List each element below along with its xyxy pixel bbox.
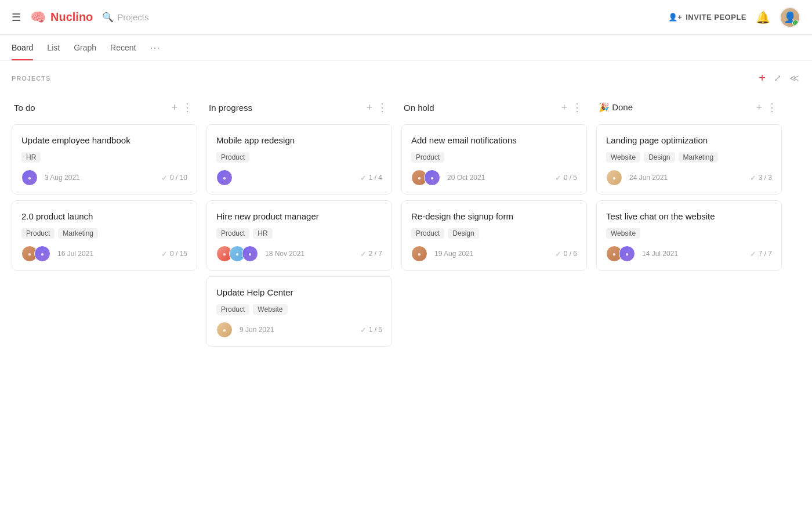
add-card-button-todo[interactable]: + [169,100,180,115]
column-more-button-done[interactable]: ⋮ [764,100,780,115]
card-date-done-1: 14 Jul 2021 [642,250,745,258]
card-inprogress-1[interactable]: Hire new product managerProductHR●●●18 N… [206,200,392,271]
header: ☰ 🧠 Nuclino 🔍 Projects 👤+ INVITE PEOPLE … [0,0,812,35]
tag-hr[interactable]: HR [253,228,272,239]
tab-list[interactable]: List [47,35,60,60]
column-header-done: 🎉 Done+⋮ [596,95,782,120]
avatar-face-icon: 👤 [784,11,796,24]
avatar-av3-0: ● [606,170,622,186]
column-todo: To do+⋮Update employee handbookHR●3 Aug … [12,95,197,352]
user-avatar[interactable]: 👤 [780,7,800,28]
tag-design[interactable]: Design [448,228,478,239]
projects-bar: PROJECTS + ⤢ ≪ [0,61,812,91]
card-progress-done-0: ✓3 / 3 [750,174,772,182]
column-more-button-todo[interactable]: ⋮ [180,100,195,115]
card-onhold-0[interactable]: Add new email notificationsProduct●●20 O… [401,124,587,194]
tab-bar: Board List Graph Recent ⋯ [0,35,812,61]
checkmark-icon: ✓ [161,174,168,182]
tag-marketing[interactable]: Marketing [679,152,719,163]
card-progress-done-1: ✓7 / 7 [750,250,772,258]
progress-text-todo-0: 0 / 10 [170,174,187,182]
invite-icon: 👤+ [668,13,683,21]
card-footer-inprogress-1: ●●●18 Nov 2021✓2 / 7 [216,246,382,262]
avatar-av2-0: ● [411,246,427,262]
tag-hr[interactable]: HR [21,152,41,163]
column-title-done: 🎉 Done [599,102,753,113]
add-project-button[interactable]: + [757,70,767,86]
hamburger-icon[interactable]: ☰ [12,11,21,24]
progress-text-inprogress-1: 2 / 7 [369,250,382,258]
search-area[interactable]: 🔍 Projects [102,12,148,23]
tag-product[interactable]: Product [216,228,249,239]
tab-recent[interactable]: Recent [110,35,136,60]
add-card-button-inprogress[interactable]: + [364,100,375,115]
card-progress-onhold-0: ✓0 / 5 [555,174,577,182]
column-more-button-inprogress[interactable]: ⋮ [375,100,390,115]
collapse-button[interactable]: ≪ [788,71,800,85]
card-title-inprogress-0: Mobile app redesign [216,135,382,145]
card-title-todo-0: Update employee handbook [21,135,187,145]
card-inprogress-2[interactable]: Update Help CenterProductWebsite●9 Jun 2… [206,276,392,347]
card-progress-onhold-1: ✓0 / 6 [555,250,577,258]
card-progress-todo-0: ✓0 / 10 [161,174,187,182]
card-onhold-1[interactable]: Re-design the signup formProductDesign●1… [401,200,587,271]
logo-text: Nuclino [50,10,93,24]
progress-text-onhold-0: 0 / 5 [564,174,577,182]
card-tags-todo-1: ProductMarketing [21,228,187,239]
card-todo-1[interactable]: 2.0 product launchProductMarketing●●16 J… [12,200,197,271]
avatar-av1-1: ● [424,170,440,186]
column-more-button-onhold[interactable]: ⋮ [570,100,585,115]
search-icon: 🔍 [102,12,114,23]
column-header-todo: To do+⋮ [12,95,197,120]
tag-product[interactable]: Product [411,152,444,163]
card-date-done-0: 24 Jun 2021 [629,174,745,182]
brain-icon: 🧠 [30,10,46,25]
logo[interactable]: 🧠 Nuclino [30,10,93,25]
expand-button[interactable]: ⤢ [773,71,782,85]
checkmark-icon: ✓ [555,174,561,182]
checkmark-icon: ✓ [750,174,756,182]
card-avatars-onhold-1: ● [411,246,427,262]
tag-website[interactable]: Website [606,228,640,239]
card-footer-done-1: ●●14 Jul 2021✓7 / 7 [606,246,772,262]
card-footer-inprogress-0: ●✓1 / 4 [216,170,382,186]
card-date-todo-1: 16 Jul 2021 [57,250,157,258]
card-inprogress-0[interactable]: Mobile app redesignProduct●✓1 / 4 [206,124,392,194]
tab-graph[interactable]: Graph [74,35,96,60]
tabs-more-icon[interactable]: ⋯ [150,41,160,54]
tag-product[interactable]: Product [21,228,55,239]
checkmark-icon: ✓ [360,326,367,334]
invite-people-button[interactable]: 👤+ INVITE PEOPLE [668,13,746,21]
tag-website[interactable]: Website [253,304,287,315]
card-date-inprogress-2: 9 Jun 2021 [240,326,356,334]
tag-marketing[interactable]: Marketing [58,228,98,239]
card-avatars-done-1: ●● [606,246,635,262]
column-title-inprogress: In progress [209,103,364,113]
card-done-0[interactable]: Landing page optimizationWebsiteDesignMa… [596,124,782,194]
column-done: 🎉 Done+⋮Landing page optimizationWebsite… [596,95,782,352]
tag-product[interactable]: Product [216,152,249,163]
tab-board[interactable]: Board [12,35,33,60]
card-tags-inprogress-0: Product [216,152,382,163]
card-todo-0[interactable]: Update employee handbookHR●3 Aug 2021✓0 … [12,124,197,194]
card-avatars-inprogress-2: ● [216,322,233,338]
card-progress-inprogress-0: ✓1 / 4 [360,174,382,182]
card-tags-inprogress-2: ProductWebsite [216,304,382,315]
add-card-button-onhold[interactable]: + [559,100,570,115]
card-done-1[interactable]: Test live chat on the websiteWebsite●●14… [596,200,782,271]
notifications-bell-icon[interactable]: 🔔 [756,10,770,24]
projects-label: PROJECTS [12,75,757,82]
column-title-todo: To do [14,103,169,113]
tag-product[interactable]: Product [216,304,249,315]
avatar-av1-1: ● [34,246,50,262]
tag-website[interactable]: Website [606,152,640,163]
tag-product[interactable]: Product [411,228,444,239]
card-title-inprogress-1: Hire new product manager [216,211,382,221]
card-tags-todo-0: HR [21,152,187,163]
card-footer-todo-1: ●●16 Jul 2021✓0 / 15 [21,246,187,262]
card-avatars-onhold-0: ●● [411,170,440,186]
card-progress-inprogress-2: ✓1 / 5 [360,326,382,334]
tag-design[interactable]: Design [644,152,675,163]
add-card-button-done[interactable]: + [753,100,764,115]
search-placeholder: Projects [117,12,148,22]
